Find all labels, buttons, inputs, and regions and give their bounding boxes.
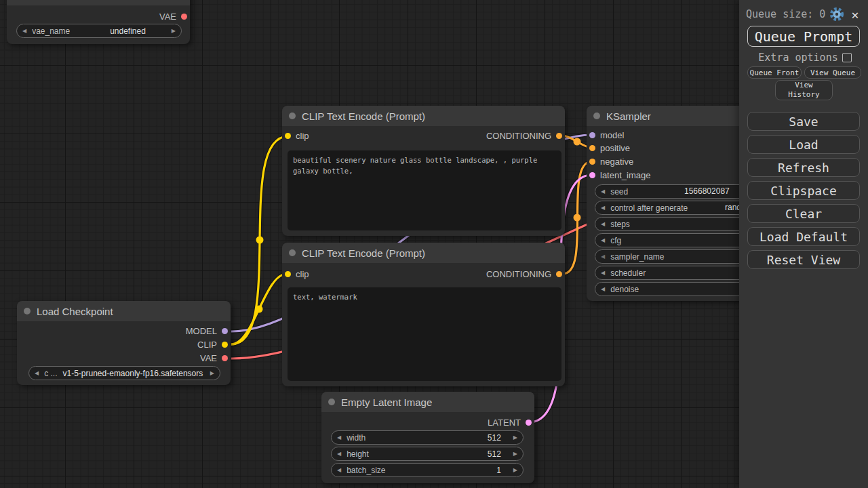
slot-dot[interactable] [526, 420, 532, 426]
clipspace-button[interactable]: Clipspace [747, 181, 860, 200]
clip-output-slot[interactable]: CLIP [197, 338, 228, 351]
node-title-bar[interactable] [7, 0, 190, 5]
widget-label: cfg [610, 236, 621, 245]
right-arrow-icon[interactable]: ▶ [166, 24, 181, 38]
link-dot[interactable] [256, 237, 264, 244]
node-graph-canvas[interactable]: VAE ◀ vae_name undefined ▶ Load Checkpoi… [0, 0, 868, 488]
node-status-dot [593, 113, 600, 119]
positive-input-slot[interactable]: positive [589, 141, 630, 155]
node-title-bar[interactable]: Load Checkpoint [17, 301, 231, 321]
clip-text-encode-positive-node[interactable]: CLIP Text Encode (Prompt) clip CONDITION… [282, 106, 565, 236]
model-output-slot[interactable]: MODEL [186, 324, 228, 338]
slot-dot[interactable] [285, 133, 291, 139]
model-input-slot[interactable]: model [589, 128, 624, 142]
right-arrow-icon[interactable]: ▶ [508, 463, 523, 477]
queue-front-button[interactable]: Queue Front [747, 66, 802, 79]
left-arrow-icon[interactable]: ◀ [332, 430, 347, 445]
load-checkpoint-node[interactable]: Load Checkpoint MODEL CLIP VAE ◀ c ... v… [17, 301, 231, 385]
close-icon[interactable]: ✕ [851, 7, 859, 22]
save-button[interactable]: Save [747, 112, 860, 131]
slot-dot[interactable] [589, 159, 595, 165]
load-button[interactable]: Load [747, 135, 860, 154]
height-widget[interactable]: ◀ height 512 ▶ [331, 447, 524, 461]
negative-prompt-textarea[interactable]: text, watermark [288, 287, 561, 381]
queue-prompt-button[interactable]: Queue Prompt [747, 26, 860, 47]
node-title: Load Checkpoint [37, 306, 113, 317]
positive-prompt-textarea[interactable]: beautiful scenery nature glass bottle la… [288, 150, 561, 230]
node-title-bar[interactable]: Empty Latent Image [321, 392, 534, 412]
comfy-menu: Queue size: 0 ✕ Queue Prompt Extra optio… [739, 0, 868, 488]
left-arrow-icon[interactable]: ◀ [595, 249, 610, 264]
slot-dot[interactable] [589, 145, 595, 151]
node-title-bar[interactable]: CLIP Text Encode (Prompt) [282, 243, 565, 263]
left-arrow-icon[interactable]: ◀ [17, 24, 32, 38]
widget-value: 512 [488, 449, 508, 459]
left-arrow-icon[interactable]: ◀ [595, 217, 610, 231]
clip-text-encode-negative-node[interactable]: CLIP Text Encode (Prompt) clip CONDITION… [282, 243, 565, 386]
node-status-dot [24, 308, 31, 314]
left-arrow-icon[interactable]: ◀ [332, 463, 347, 477]
node-status-dot [328, 399, 335, 405]
node-title: Empty Latent Image [341, 396, 432, 408]
slot-label: CONDITIONING [486, 269, 551, 279]
slot-dot[interactable] [222, 342, 228, 348]
widget-value: 1 [496, 466, 508, 475]
widget-label: control after generate [610, 203, 688, 213]
link-dot[interactable] [574, 214, 581, 222]
view-history-button[interactable]: View History [775, 80, 833, 100]
slot-dot[interactable] [222, 355, 228, 361]
slot-dot[interactable] [589, 172, 595, 178]
left-arrow-icon[interactable]: ◀ [332, 447, 347, 461]
clip-input-slot[interactable]: clip [285, 129, 309, 142]
view-queue-button[interactable]: View Queue [804, 66, 861, 79]
right-arrow-icon[interactable]: ▶ [508, 447, 523, 461]
slot-dot[interactable] [556, 271, 562, 277]
slot-label: clip [296, 269, 309, 279]
widget-label: sampler_name [610, 252, 664, 262]
left-arrow-icon[interactable]: ◀ [595, 282, 610, 296]
left-arrow-icon[interactable]: ◀ [595, 233, 610, 247]
widget-label: seed [610, 187, 628, 197]
vae-loader-node[interactable]: VAE ◀ vae_name undefined ▶ [7, 0, 190, 44]
batch-size-widget[interactable]: ◀ batch_size 1 ▶ [331, 463, 524, 477]
vae-output-slot[interactable]: VAE [159, 9, 187, 23]
widget-value: 512 [488, 433, 508, 443]
reset-view-button[interactable]: Reset View [747, 250, 860, 269]
slot-label: latent_image [600, 170, 650, 180]
slot-dot[interactable] [556, 133, 562, 139]
link-dot[interactable] [574, 138, 581, 146]
right-arrow-icon[interactable]: ▶ [205, 366, 220, 380]
slot-dot[interactable] [181, 14, 187, 20]
left-arrow-icon[interactable]: ◀ [29, 366, 44, 380]
settings-gear-icon[interactable] [829, 7, 844, 22]
clear-button[interactable]: Clear [747, 204, 860, 223]
ckpt-name-widget[interactable]: ◀ c ... v1-5-pruned-emaonly-fp16.safeten… [28, 366, 220, 380]
node-title-bar[interactable]: CLIP Text Encode (Prompt) [282, 106, 565, 126]
width-widget[interactable]: ◀ width 512 ▶ [331, 430, 524, 445]
slot-dot[interactable] [222, 328, 228, 334]
extra-options-label: Extra options [758, 52, 837, 64]
left-arrow-icon[interactable]: ◀ [595, 184, 610, 199]
slot-label: model [600, 130, 624, 140]
widget-label: height [347, 449, 369, 459]
load-default-button[interactable]: Load Default [747, 227, 860, 246]
latent-image-input-slot[interactable]: latent_image [589, 168, 650, 182]
right-arrow-icon[interactable]: ▶ [508, 430, 523, 445]
slot-label: clip [296, 131, 309, 141]
left-arrow-icon[interactable]: ◀ [595, 201, 610, 215]
vae-output-slot[interactable]: VAE [200, 351, 228, 365]
left-arrow-icon[interactable]: ◀ [595, 266, 610, 280]
conditioning-output-slot[interactable]: CONDITIONING [486, 267, 562, 281]
node-status-dot [289, 113, 296, 119]
link-dot[interactable] [256, 306, 263, 313]
clip-input-slot[interactable]: clip [285, 267, 309, 281]
vae-name-widget[interactable]: ◀ vae_name undefined ▶ [16, 24, 182, 38]
empty-latent-image-node[interactable]: Empty Latent Image LATENT ◀ width 512 ▶ … [321, 392, 534, 483]
slot-dot[interactable] [589, 132, 595, 138]
negative-input-slot[interactable]: negative [589, 155, 633, 168]
refresh-button[interactable]: Refresh [747, 158, 860, 177]
conditioning-output-slot[interactable]: CONDITIONING [486, 129, 562, 142]
extra-options-checkbox[interactable] [842, 53, 852, 62]
latent-output-slot[interactable]: LATENT [488, 415, 532, 429]
slot-dot[interactable] [285, 271, 291, 277]
